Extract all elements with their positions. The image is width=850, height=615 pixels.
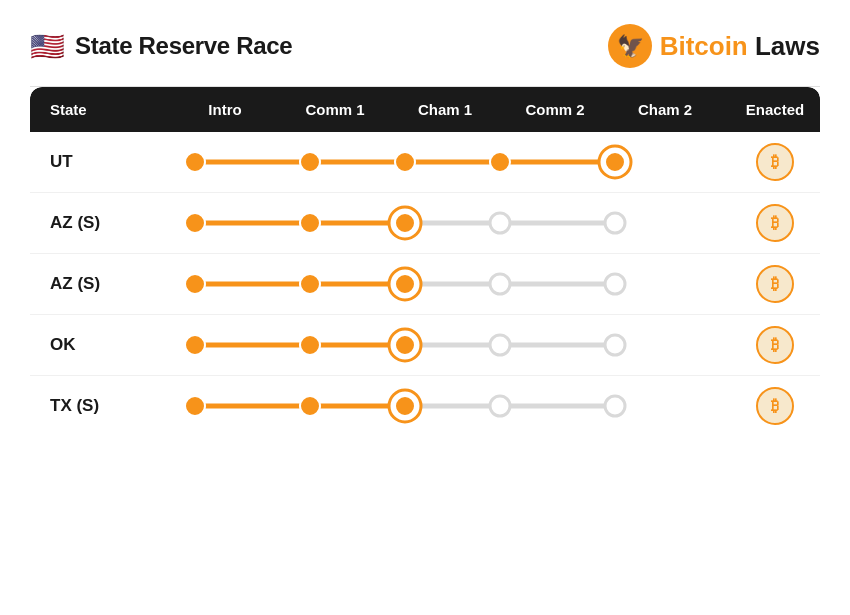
pipeline-ut (170, 142, 720, 182)
bitcoin-coin-tx: ₿ (756, 387, 794, 425)
enacted-cell-az1: ₿ (720, 204, 820, 242)
svg-point-4 (300, 152, 320, 172)
col-comm1: Comm 1 (280, 101, 390, 118)
data-table: State Intro Comm 1 Cham 1 Comm 2 Cham 2 … (30, 87, 820, 436)
svg-point-39 (490, 396, 510, 416)
laws-word: Laws (748, 31, 820, 61)
table-row: AZ (S) ₿ (30, 254, 820, 315)
svg-point-12 (300, 213, 320, 233)
table-row: AZ (S) (30, 193, 820, 254)
bitcoin-coin-ut: ₿ (756, 143, 794, 181)
table-row: TX (S) ₿ (30, 376, 820, 436)
pipeline-svg-ok (175, 325, 635, 365)
bitcoin-symbol-az2: ₿ (771, 275, 779, 293)
svg-point-38 (395, 396, 415, 416)
svg-point-27 (185, 335, 205, 355)
svg-point-19 (185, 274, 205, 294)
enacted-cell-ut: ₿ (720, 143, 820, 181)
pipeline-az1 (170, 203, 720, 243)
table-header: State Intro Comm 1 Cham 1 Comm 2 Cham 2 … (30, 87, 820, 132)
state-label: UT (50, 152, 170, 172)
bitcoin-laws-logo-icon: 🦅 (608, 24, 652, 68)
svg-point-35 (185, 396, 205, 416)
svg-point-15 (490, 213, 510, 233)
enacted-cell-az2: ₿ (720, 265, 820, 303)
svg-point-30 (395, 335, 415, 355)
bitcoin-laws-text: Bitcoin Laws (660, 31, 820, 62)
svg-point-28 (300, 335, 320, 355)
svg-point-11 (185, 213, 205, 233)
svg-point-24 (605, 274, 625, 294)
flag-icon: 🇺🇸 (30, 30, 65, 63)
pipeline-svg-az1 (175, 203, 635, 243)
bitcoin-laws-logo: 🦅 Bitcoin Laws (608, 24, 820, 68)
pipeline-svg-tx (175, 386, 635, 426)
svg-point-3 (185, 152, 205, 172)
bitcoin-coin-ok: ₿ (756, 326, 794, 364)
state-label: OK (50, 335, 170, 355)
pipeline-svg-ut (175, 142, 635, 182)
pipeline-az2 (170, 264, 720, 304)
svg-point-14 (395, 213, 415, 233)
bitcoin-word: Bitcoin (660, 31, 748, 61)
bitcoin-symbol-ok: ₿ (771, 336, 779, 354)
header-right: 🦅 Bitcoin Laws (608, 24, 820, 68)
svg-point-23 (490, 274, 510, 294)
bitcoin-symbol-tx: ₿ (771, 397, 779, 415)
col-state: State (50, 101, 170, 118)
table-row: OK ₿ (30, 315, 820, 376)
page-wrapper: 🇺🇸 State Reserve Race 🦅 Bitcoin Laws Sta… (0, 0, 850, 456)
table-body: UT (30, 132, 820, 436)
header-left: 🇺🇸 State Reserve Race (30, 30, 292, 63)
svg-point-8 (605, 152, 625, 172)
svg-point-22 (395, 274, 415, 294)
enacted-cell-ok: ₿ (720, 326, 820, 364)
bitcoin-coin-az1: ₿ (756, 204, 794, 242)
page-title: State Reserve Race (75, 32, 292, 60)
enacted-cell-tx: ₿ (720, 387, 820, 425)
table-row: UT (30, 132, 820, 193)
pipeline-svg-az2 (175, 264, 635, 304)
bitcoin-coin-az2: ₿ (756, 265, 794, 303)
col-cham1: Cham 1 (390, 101, 500, 118)
pipeline-tx (170, 386, 720, 426)
state-label: AZ (S) (50, 213, 170, 233)
col-enacted: Enacted (720, 101, 820, 118)
bitcoin-symbol-az1: ₿ (771, 214, 779, 232)
svg-point-31 (490, 335, 510, 355)
header: 🇺🇸 State Reserve Race 🦅 Bitcoin Laws (30, 24, 820, 87)
svg-text:🦅: 🦅 (616, 33, 644, 60)
svg-point-32 (605, 335, 625, 355)
svg-point-40 (605, 396, 625, 416)
state-label: AZ (S) (50, 274, 170, 294)
col-cham2: Cham 2 (610, 101, 720, 118)
col-intro: Intro (170, 101, 280, 118)
bitcoin-symbol-ut: ₿ (771, 153, 779, 171)
state-label: TX (S) (50, 396, 170, 416)
col-comm2: Comm 2 (500, 101, 610, 118)
svg-point-5 (395, 152, 415, 172)
svg-point-16 (605, 213, 625, 233)
svg-point-6 (490, 152, 510, 172)
svg-point-20 (300, 274, 320, 294)
svg-point-36 (300, 396, 320, 416)
pipeline-ok (170, 325, 720, 365)
